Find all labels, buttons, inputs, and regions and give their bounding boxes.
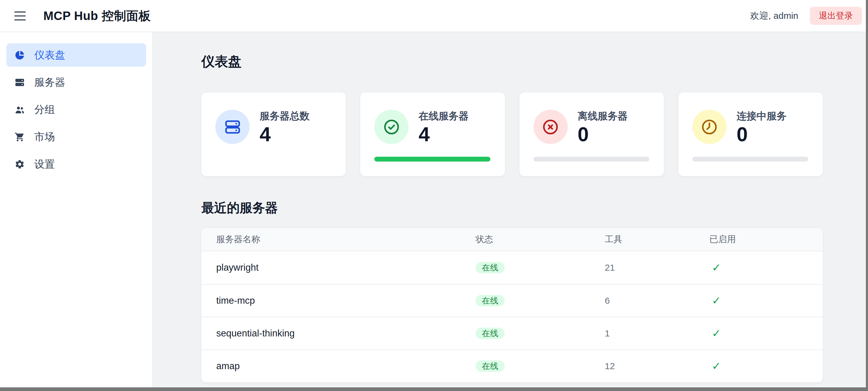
page-title: 仪表盘 [202,53,823,71]
col-header-status: 状态 [475,233,605,246]
sidebar-item-label: 仪表盘 [34,48,65,62]
table-row[interactable]: sequential-thinking 在线 1 ✓ [202,317,823,350]
col-header-server-name: 服务器名称 [216,233,475,246]
sidebar-item-label: 设置 [34,157,55,171]
enabled-check-icon: ✓ [709,327,823,340]
stat-value: 4 [259,124,310,144]
logout-button[interactable]: 退出登录 [810,7,862,25]
horizontal-scrollbar[interactable] [0,387,868,391]
enabled-check-icon: ✓ [709,294,823,307]
progress-bar [692,157,808,162]
tools-count: 12 [605,361,709,371]
server-icon [215,110,250,144]
welcome-text: 欢迎, admin [750,10,798,22]
status-badge: 在线 [475,262,505,273]
sidebar-item-settings[interactable]: 设置 [6,153,146,176]
table-row[interactable]: amap 在线 12 ✓ [202,350,823,382]
sidebar-item-label: 服务器 [34,75,65,90]
app-header: MCP Hub 控制面板 欢迎, admin 退出登录 [0,0,868,32]
table-row[interactable]: time-mcp 在线 6 ✓ [202,284,823,317]
enabled-check-icon: ✓ [709,261,823,274]
stat-card-total-servers: 服务器总数 4 [202,92,346,176]
users-icon [14,104,25,115]
sidebar-item-label: 分组 [34,103,55,117]
stat-value: 0 [578,124,628,144]
server-name: sequential-thinking [216,328,475,339]
table-row[interactable]: playwright 在线 21 ✓ [202,251,823,284]
app-window: MCP Hub 控制面板 欢迎, admin 退出登录 仪表盘 服务器 [0,0,868,391]
sidebar-item-servers[interactable]: 服务器 [6,71,146,94]
server-name: time-mcp [216,295,475,306]
header-right: 欢迎, admin 退出登录 [750,7,862,25]
status-badge: 在线 [475,360,505,372]
server-name: playwright [216,262,475,273]
progress-bar [533,157,649,162]
sidebar-item-groups[interactable]: 分组 [6,98,146,121]
sidebar: 仪表盘 服务器 分组 市场 [0,32,153,391]
enabled-check-icon: ✓ [709,360,823,372]
server-name: amap [216,361,475,371]
stat-label: 连接中服务 [737,109,787,123]
hamburger-icon [14,11,26,13]
col-header-tools: 工具 [605,233,709,246]
app-title: MCP Hub 控制面板 [43,7,151,24]
tools-count: 21 [605,262,709,273]
stat-cards: 服务器总数 4 在线服务器 4 [202,92,823,176]
stat-label: 服务器总数 [259,109,310,123]
cart-icon [14,132,25,142]
gear-icon [14,159,25,170]
stat-card-online-servers: 在线服务器 4 [360,92,505,176]
stat-value: 4 [418,124,469,144]
menu-button[interactable] [14,10,28,22]
vertical-scrollbar[interactable] [866,0,868,391]
pie-chart-icon [14,50,25,61]
sidebar-item-dashboard[interactable]: 仪表盘 [6,43,146,67]
sidebar-item-label: 市场 [34,130,55,144]
recent-servers-table: 服务器名称 状态 工具 已启用 playwright 在线 21 ✓ time-… [202,228,823,382]
tools-count: 1 [605,328,709,338]
sidebar-item-market[interactable]: 市场 [6,125,146,149]
recent-servers-title: 最近的服务器 [202,199,823,217]
stat-label: 离线服务器 [578,109,628,123]
x-circle-icon [533,110,568,144]
tools-count: 6 [605,296,709,306]
table-header-row: 服务器名称 状态 工具 已启用 [202,228,823,251]
status-badge: 在线 [475,295,505,306]
stat-card-connecting-servers: 连接中服务 0 [678,92,823,176]
check-circle-icon [374,110,408,144]
stat-value: 0 [737,124,787,144]
status-badge: 在线 [475,328,505,339]
stat-card-offline-servers: 离线服务器 0 [520,92,664,176]
progress-bar [374,157,490,162]
server-icon [14,77,25,88]
col-header-enabled: 已启用 [709,233,823,246]
clock-icon [692,110,727,144]
main-content: 仪表盘 服务器总数 4 [153,32,868,391]
stat-label: 在线服务器 [418,109,469,123]
